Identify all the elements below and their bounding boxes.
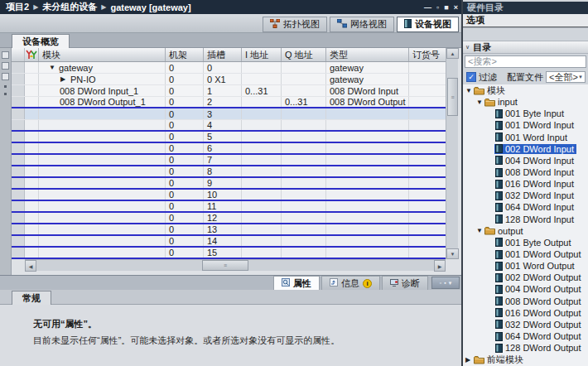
column-header-module[interactable]: 模块 xyxy=(39,48,166,61)
column-header-q-address[interactable]: Q 地址 xyxy=(282,48,326,61)
table-row[interactable]: 09 xyxy=(12,178,446,190)
vertical-scrollbar[interactable]: ▲ ≡ ▼ xyxy=(446,48,458,259)
search-input[interactable]: <搜索> xyxy=(465,55,586,68)
breadcrumb-item[interactable]: 项目2 xyxy=(6,1,29,13)
vertical-scroll-thumb[interactable]: ≡ xyxy=(447,78,458,116)
restore-button[interactable]: ▫ xyxy=(436,3,439,12)
tree-item[interactable]: ▼output xyxy=(463,225,588,237)
column-header-order-number[interactable]: 订货号 xyxy=(409,48,446,61)
table-row[interactable]: 008 DWord Output_1020...31008 DWord Outp… xyxy=(12,97,446,108)
tree-item[interactable]: 001 Byte Input xyxy=(463,108,588,119)
column-header-type[interactable]: 类型 xyxy=(326,48,409,61)
collapse-icon[interactable]: ▼ xyxy=(476,99,484,106)
tree-item-selected: 002 DWord Input xyxy=(494,144,576,154)
catalog-section-header[interactable]: ∨ 目录 xyxy=(463,41,588,54)
tree-item[interactable]: 016 DWord Input xyxy=(463,178,588,190)
filter-icon[interactable] xyxy=(25,48,39,61)
table-row[interactable]: 011 xyxy=(12,201,446,213)
module-name: PN-IO xyxy=(70,75,96,84)
tree-item[interactable]: 001 DWord Output xyxy=(463,248,588,260)
table-row[interactable]: 010 xyxy=(12,190,446,201)
collapse-pane-icon[interactable]: ▪ xyxy=(444,280,446,286)
breadcrumb-item[interactable]: gateway [gateway] xyxy=(110,2,190,12)
tree-item[interactable]: 032 DWord Input xyxy=(463,190,588,201)
collapse-icon[interactable]: ▼ xyxy=(49,63,59,73)
device-view-button[interactable]: 设备视图 xyxy=(397,17,459,32)
topology-view-button[interactable]: 拓扑视图 xyxy=(263,17,327,32)
tree-item[interactable]: ▼input xyxy=(463,96,588,108)
scroll-left-button[interactable]: ◀ xyxy=(25,260,36,272)
close-button[interactable]: × xyxy=(454,3,458,12)
table-row[interactable]: 014 xyxy=(12,236,446,248)
tree-item-label: 016 DWord Input xyxy=(505,179,574,189)
table-row[interactable]: 04 xyxy=(12,120,446,132)
horizontal-scroll-thumb[interactable]: ≡ xyxy=(202,260,248,271)
profile-dropdown[interactable]: <全部> ▼ xyxy=(546,71,586,83)
tab-diagnostics[interactable]: 诊断 xyxy=(382,276,428,291)
tree-item[interactable]: 032 DWord Output xyxy=(463,319,588,330)
tree-item[interactable]: 001 DWord Input xyxy=(463,119,588,131)
column-header-i-address[interactable]: I 地址 xyxy=(242,48,282,61)
tree-item[interactable]: 004 DWord Output xyxy=(463,283,588,295)
horizontal-scroll-track[interactable]: ≡ xyxy=(36,260,434,271)
table-row[interactable]: 012 xyxy=(12,213,446,224)
collapse-icon[interactable]: ▼ xyxy=(476,227,484,234)
left-pane-handle[interactable] xyxy=(0,48,12,275)
table-row[interactable]: 05 xyxy=(12,132,446,143)
table-row[interactable]: 07 xyxy=(12,155,446,166)
tree-item[interactable]: 016 DWord Output xyxy=(463,307,588,319)
network-view-button[interactable]: 网络视图 xyxy=(330,17,394,32)
cell-order-number xyxy=(409,85,446,96)
tree-item[interactable]: 064 DWord Input xyxy=(463,201,588,213)
tree-item[interactable]: ▶前端模块 xyxy=(463,354,588,365)
table-row[interactable]: 06 xyxy=(12,143,446,155)
collapse-icon[interactable]: ▼ xyxy=(465,87,473,94)
scroll-up-button[interactable]: ▲ xyxy=(446,48,459,59)
inspector-corner-controls[interactable]: ▫ ▪ ▾ xyxy=(431,277,460,289)
expand-down-icon[interactable]: ▾ xyxy=(449,280,452,287)
table-row[interactable]: 08 xyxy=(12,166,446,178)
tree-item[interactable]: 001 Word Input xyxy=(463,132,588,143)
tree-item[interactable]: ▼模块 xyxy=(463,84,588,96)
tree-item[interactable]: 128 DWord Input xyxy=(463,214,588,225)
expand-icon[interactable]: ▶ xyxy=(465,356,473,364)
table-row[interactable]: ▶PN-IO00 X1gateway xyxy=(12,74,446,85)
tree-item[interactable]: 004 DWord Input xyxy=(463,155,588,166)
tree-item[interactable]: 001 Byte Output xyxy=(463,237,588,248)
catalog-options-label[interactable]: 选项 xyxy=(463,14,588,28)
horizontal-scrollbar[interactable]: ◀ ≡ ▶ xyxy=(25,259,446,271)
expand-icon[interactable]: ▶ xyxy=(60,75,70,84)
maximize-button[interactable]: ■ xyxy=(444,3,448,12)
tree-item[interactable]: 008 DWord Output xyxy=(463,296,588,307)
tab-info[interactable]: 信息 i xyxy=(321,276,380,291)
scroll-right-button[interactable]: ▶ xyxy=(434,260,446,272)
table-row[interactable]: 008 DWord Input_1010...31008 DWord Input xyxy=(12,85,446,97)
tree-item-content: 001 Byte Input xyxy=(494,108,566,118)
tree-item[interactable]: 001 Word Output xyxy=(463,260,588,272)
table-row[interactable]: ▼gateway00gateway xyxy=(12,62,446,74)
tree-item[interactable]: 002 DWord Output xyxy=(463,272,588,283)
tab-device-overview[interactable]: 设备概览 xyxy=(12,34,70,49)
table-row[interactable]: 03 xyxy=(12,108,446,120)
tab-properties[interactable]: 属性 xyxy=(273,276,320,291)
tree-item-label: 002 DWord Input xyxy=(505,144,574,154)
tree-item[interactable]: 064 DWord Output xyxy=(463,330,588,342)
module-icon xyxy=(495,132,503,142)
filter-checkbox[interactable]: ✓ xyxy=(466,72,476,82)
cell-order-number xyxy=(409,97,446,107)
column-header-rack[interactable]: 机架 xyxy=(166,48,204,61)
table-row[interactable]: 013 xyxy=(12,224,446,236)
column-header-slot[interactable]: 插槽 xyxy=(204,48,242,61)
tree-item[interactable]: 002 DWord Input xyxy=(463,143,588,155)
tree-item-label: 008 DWord Input xyxy=(505,167,574,177)
tab-general[interactable]: 常规 xyxy=(12,291,51,306)
minimize-button[interactable]: — xyxy=(424,3,431,12)
tree-item[interactable]: 128 DWord Output xyxy=(463,342,588,354)
scroll-down-button[interactable]: ▼ xyxy=(446,248,459,259)
tree-item[interactable]: 008 DWord Input xyxy=(463,166,588,178)
table-row[interactable]: 015 xyxy=(12,248,446,259)
float-pane-icon[interactable]: ▫ xyxy=(440,280,441,286)
cell-order-number xyxy=(409,236,446,246)
row-header xyxy=(12,155,25,165)
breadcrumb-item[interactable]: 未分组的设备 xyxy=(42,1,97,13)
